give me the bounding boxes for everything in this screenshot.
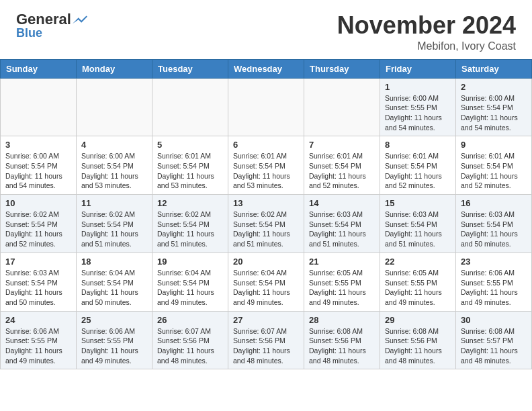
calendar-cell: 11Sunrise: 6:02 AMSunset: 5:54 PMDayligh… — [77, 195, 152, 253]
day-info: Sunrise: 6:04 AMSunset: 5:54 PMDaylight:… — [233, 268, 299, 308]
day-info: Sunrise: 6:08 AMSunset: 5:56 PMDaylight:… — [385, 326, 451, 366]
day-info: Sunrise: 6:01 AMSunset: 5:54 PMDaylight:… — [309, 151, 375, 191]
day-info: Sunrise: 6:04 AMSunset: 5:54 PMDaylight:… — [81, 268, 147, 308]
day-info: Sunrise: 6:06 AMSunset: 5:55 PMDaylight:… — [461, 268, 527, 308]
day-number: 11 — [81, 198, 147, 208]
calendar-cell: 13Sunrise: 6:02 AMSunset: 5:54 PMDayligh… — [228, 195, 304, 253]
calendar-cell — [152, 78, 228, 136]
calendar-cell — [228, 78, 304, 136]
calendar-cell: 19Sunrise: 6:04 AMSunset: 5:54 PMDayligh… — [152, 253, 228, 311]
day-info: Sunrise: 6:03 AMSunset: 5:54 PMDaylight:… — [5, 268, 71, 308]
calendar-cell: 10Sunrise: 6:02 AMSunset: 5:54 PMDayligh… — [1, 195, 77, 253]
calendar-cell: 18Sunrise: 6:04 AMSunset: 5:54 PMDayligh… — [77, 253, 152, 311]
day-number: 22 — [385, 257, 451, 267]
calendar-cell — [304, 78, 380, 136]
weekday-header-monday: Monday — [77, 59, 152, 78]
day-number: 7 — [309, 140, 375, 150]
weekday-header-row: SundayMondayTuesdayWednesdayThursdayFrid… — [1, 59, 532, 78]
day-info: Sunrise: 6:03 AMSunset: 5:54 PMDaylight:… — [385, 210, 451, 249]
calendar-table: SundayMondayTuesdayWednesdayThursdayFrid… — [0, 59, 532, 370]
calendar-week-row: 3Sunrise: 6:00 AMSunset: 5:54 PMDaylight… — [1, 136, 532, 195]
logo: General Blue — [16, 12, 87, 40]
day-info: Sunrise: 6:06 AMSunset: 5:55 PMDaylight:… — [5, 326, 71, 366]
day-number: 25 — [81, 315, 147, 325]
calendar-week-row: 1Sunrise: 6:00 AMSunset: 5:55 PMDaylight… — [1, 78, 532, 136]
day-info: Sunrise: 6:00 AMSunset: 5:54 PMDaylight:… — [461, 93, 527, 133]
day-number: 17 — [5, 257, 71, 267]
day-info: Sunrise: 6:01 AMSunset: 5:54 PMDaylight:… — [157, 151, 223, 191]
calendar-cell: 30Sunrise: 6:08 AMSunset: 5:57 PMDayligh… — [456, 311, 532, 369]
logo-bird-icon — [73, 13, 87, 28]
weekday-header-tuesday: Tuesday — [152, 59, 228, 78]
day-number: 6 — [233, 140, 299, 150]
calendar-week-row: 24Sunrise: 6:06 AMSunset: 5:55 PMDayligh… — [1, 311, 532, 369]
day-number: 21 — [309, 257, 375, 267]
day-number: 20 — [233, 257, 299, 267]
day-info: Sunrise: 6:01 AMSunset: 5:54 PMDaylight:… — [385, 151, 451, 191]
day-info: Sunrise: 6:08 AMSunset: 5:56 PMDaylight:… — [309, 326, 375, 366]
day-number: 1 — [385, 82, 451, 92]
weekday-header-saturday: Saturday — [456, 59, 532, 78]
weekday-header-friday: Friday — [380, 59, 456, 78]
calendar-cell: 2Sunrise: 6:00 AMSunset: 5:54 PMDaylight… — [456, 78, 532, 136]
day-number: 26 — [157, 315, 223, 325]
calendar-cell: 6Sunrise: 6:01 AMSunset: 5:54 PMDaylight… — [228, 136, 304, 195]
calendar-cell: 5Sunrise: 6:01 AMSunset: 5:54 PMDaylight… — [152, 136, 228, 195]
day-info: Sunrise: 6:08 AMSunset: 5:57 PMDaylight:… — [461, 326, 527, 366]
day-info: Sunrise: 6:05 AMSunset: 5:55 PMDaylight:… — [385, 268, 451, 308]
day-number: 27 — [233, 315, 299, 325]
day-info: Sunrise: 6:03 AMSunset: 5:54 PMDaylight:… — [461, 210, 527, 249]
day-number: 3 — [5, 140, 71, 150]
calendar-cell: 25Sunrise: 6:06 AMSunset: 5:55 PMDayligh… — [77, 311, 152, 369]
calendar-cell: 15Sunrise: 6:03 AMSunset: 5:54 PMDayligh… — [380, 195, 456, 253]
weekday-header-sunday: Sunday — [1, 59, 77, 78]
calendar-cell: 22Sunrise: 6:05 AMSunset: 5:55 PMDayligh… — [380, 253, 456, 311]
day-number: 24 — [5, 315, 71, 325]
calendar-cell: 3Sunrise: 6:00 AMSunset: 5:54 PMDaylight… — [1, 136, 77, 195]
logo-blue: Blue — [16, 26, 42, 40]
day-info: Sunrise: 6:00 AMSunset: 5:54 PMDaylight:… — [5, 151, 71, 191]
day-number: 13 — [233, 198, 299, 208]
day-info: Sunrise: 6:01 AMSunset: 5:54 PMDaylight:… — [233, 151, 299, 191]
day-number: 19 — [157, 257, 223, 267]
month-title: November 2024 — [337, 12, 516, 39]
day-number: 29 — [385, 315, 451, 325]
day-number: 16 — [461, 198, 527, 208]
location-title: Mebifon, Ivory Coast — [337, 40, 516, 52]
day-info: Sunrise: 6:06 AMSunset: 5:55 PMDaylight:… — [81, 326, 147, 366]
calendar-cell: 24Sunrise: 6:06 AMSunset: 5:55 PMDayligh… — [1, 311, 77, 369]
day-number: 8 — [385, 140, 451, 150]
day-number: 23 — [461, 257, 527, 267]
calendar-cell: 1Sunrise: 6:00 AMSunset: 5:55 PMDaylight… — [380, 78, 456, 136]
day-number: 5 — [157, 140, 223, 150]
calendar-cell: 26Sunrise: 6:07 AMSunset: 5:56 PMDayligh… — [152, 311, 228, 369]
calendar-cell: 16Sunrise: 6:03 AMSunset: 5:54 PMDayligh… — [456, 195, 532, 253]
day-info: Sunrise: 6:02 AMSunset: 5:54 PMDaylight:… — [5, 210, 71, 249]
calendar-cell: 27Sunrise: 6:07 AMSunset: 5:56 PMDayligh… — [228, 311, 304, 369]
day-number: 4 — [81, 140, 147, 150]
calendar-cell: 14Sunrise: 6:03 AMSunset: 5:54 PMDayligh… — [304, 195, 380, 253]
calendar-cell — [77, 78, 152, 136]
calendar-cell: 8Sunrise: 6:01 AMSunset: 5:54 PMDaylight… — [380, 136, 456, 195]
title-block: November 2024 Mebifon, Ivory Coast — [337, 12, 516, 52]
calendar-week-row: 10Sunrise: 6:02 AMSunset: 5:54 PMDayligh… — [1, 195, 532, 253]
day-info: Sunrise: 6:07 AMSunset: 5:56 PMDaylight:… — [157, 326, 223, 366]
day-number: 12 — [157, 198, 223, 208]
calendar-cell: 7Sunrise: 6:01 AMSunset: 5:54 PMDaylight… — [304, 136, 380, 195]
calendar-cell: 28Sunrise: 6:08 AMSunset: 5:56 PMDayligh… — [304, 311, 380, 369]
day-info: Sunrise: 6:02 AMSunset: 5:54 PMDaylight:… — [157, 210, 223, 249]
svg-marker-0 — [73, 16, 87, 24]
logo-general: General — [16, 11, 71, 28]
calendar-cell — [1, 78, 77, 136]
calendar-week-row: 17Sunrise: 6:03 AMSunset: 5:54 PMDayligh… — [1, 253, 532, 311]
day-info: Sunrise: 6:00 AMSunset: 5:54 PMDaylight:… — [81, 151, 147, 191]
calendar-cell: 12Sunrise: 6:02 AMSunset: 5:54 PMDayligh… — [152, 195, 228, 253]
day-number: 30 — [461, 315, 527, 325]
calendar-cell: 21Sunrise: 6:05 AMSunset: 5:55 PMDayligh… — [304, 253, 380, 311]
day-number: 14 — [309, 198, 375, 208]
day-number: 15 — [385, 198, 451, 208]
weekday-header-thursday: Thursday — [304, 59, 380, 78]
logo-text: General — [16, 12, 87, 28]
calendar-cell: 29Sunrise: 6:08 AMSunset: 5:56 PMDayligh… — [380, 311, 456, 369]
day-number: 18 — [81, 257, 147, 267]
